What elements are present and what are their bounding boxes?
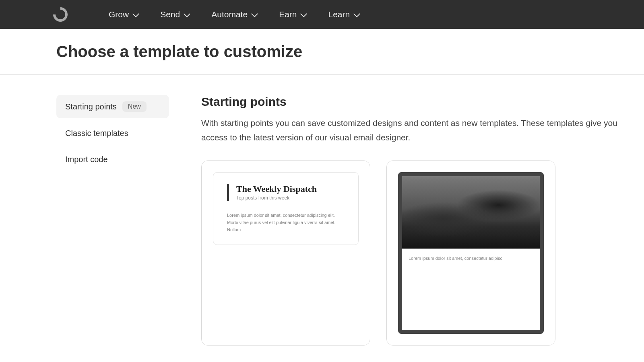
new-badge: New bbox=[122, 101, 147, 112]
nav-items: Grow Send Automate Earn Learn bbox=[109, 10, 359, 19]
nav-item-earn[interactable]: Earn bbox=[279, 10, 305, 19]
template-preview: Lorem ipsum dolor sit amet, consectetur … bbox=[398, 172, 544, 334]
main-area: Starting points New Classic templates Im… bbox=[0, 75, 644, 346]
preview-body-text: Lorem ipsum dolor sit amet, consectetur … bbox=[227, 212, 345, 233]
sidebar-item-starting-points[interactable]: Starting points New bbox=[56, 95, 169, 118]
preview-hero-image bbox=[402, 176, 540, 249]
app-logo[interactable] bbox=[52, 6, 68, 23]
chevron-down-icon bbox=[132, 10, 139, 17]
template-card-newsletter[interactable]: The Weekly Dispatch Top posts from this … bbox=[201, 160, 370, 346]
page-title-bar: Choose a template to customize bbox=[0, 29, 644, 75]
top-nav: Grow Send Automate Earn Learn bbox=[0, 0, 644, 29]
section-title: Starting points bbox=[201, 95, 628, 109]
nav-item-learn[interactable]: Learn bbox=[328, 10, 359, 19]
chevron-down-icon bbox=[353, 10, 360, 17]
sidebar-item-label: Classic templates bbox=[65, 129, 128, 138]
nav-item-grow[interactable]: Grow bbox=[109, 10, 138, 19]
nav-item-label: Grow bbox=[109, 10, 129, 19]
template-card-row: The Weekly Dispatch Top posts from this … bbox=[201, 160, 628, 346]
logo-ring-icon bbox=[50, 4, 71, 25]
template-preview: The Weekly Dispatch Top posts from this … bbox=[213, 172, 359, 245]
template-card-image-hero[interactable]: Lorem ipsum dolor sit amet, consectetur … bbox=[386, 160, 555, 346]
chevron-down-icon bbox=[300, 10, 307, 17]
nav-item-automate[interactable]: Automate bbox=[211, 10, 256, 19]
sidebar-item-label: Import code bbox=[65, 155, 108, 164]
nav-item-label: Learn bbox=[328, 10, 350, 19]
preview-subtitle: Top posts from this week bbox=[236, 195, 345, 201]
preview-title: The Weekly Dispatch bbox=[236, 184, 345, 194]
sidebar-item-import-code[interactable]: Import code bbox=[56, 148, 169, 171]
nav-item-label: Automate bbox=[211, 10, 248, 19]
content-area: Starting points With starting points you… bbox=[201, 95, 644, 346]
nav-item-label: Send bbox=[160, 10, 180, 19]
section-description: With starting points you can save custom… bbox=[201, 116, 624, 144]
nav-item-label: Earn bbox=[279, 10, 297, 19]
chevron-down-icon bbox=[184, 10, 190, 17]
chevron-down-icon bbox=[251, 10, 258, 17]
sidebar: Starting points New Classic templates Im… bbox=[56, 95, 169, 346]
sidebar-item-classic-templates[interactable]: Classic templates bbox=[56, 122, 169, 144]
preview-body-text: Lorem ipsum dolor sit amet, consectetur … bbox=[402, 249, 540, 330]
nav-item-send[interactable]: Send bbox=[160, 10, 189, 19]
page-title: Choose a template to customize bbox=[56, 43, 644, 61]
preview-heading: The Weekly Dispatch Top posts from this … bbox=[227, 184, 345, 201]
sidebar-item-label: Starting points bbox=[65, 102, 117, 111]
